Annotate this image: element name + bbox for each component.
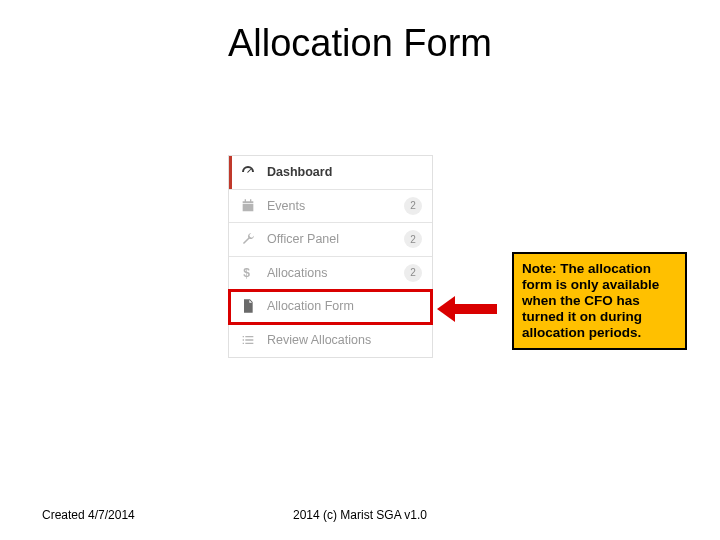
sidebar-item-label: Allocation Form [267, 299, 422, 313]
note-callout: Note: The allocation form is only availa… [512, 252, 687, 350]
sidebar-item-dashboard[interactable]: Dashboard [229, 156, 432, 190]
sidebar-item-label: Officer Panel [267, 232, 404, 246]
sidebar-item-events[interactable]: Events 2 [229, 190, 432, 224]
count-badge: 2 [404, 230, 422, 248]
svg-text:$: $ [243, 266, 250, 280]
calendar-icon [239, 197, 257, 215]
wrench-icon [239, 230, 257, 248]
dollar-icon: $ [239, 264, 257, 282]
sidebar-item-label: Dashboard [267, 165, 422, 179]
list-icon [239, 331, 257, 349]
count-badge: 2 [404, 264, 422, 282]
sidebar-item-review-allocations[interactable]: Review Allocations [229, 324, 432, 358]
arrow-body [454, 304, 497, 314]
footer-copyright: 2014 (c) Marist SGA v1.0 [0, 508, 720, 522]
dashboard-icon [239, 163, 257, 181]
callout-arrow [437, 296, 497, 322]
sidebar-item-officer-panel[interactable]: Officer Panel 2 [229, 223, 432, 257]
arrow-head-icon [437, 296, 455, 322]
page-title: Allocation Form [0, 22, 720, 65]
slide: Allocation Form Dashboard Events 2 Offic… [0, 0, 720, 540]
document-icon [239, 297, 257, 315]
sidebar-item-label: Allocations [267, 266, 404, 280]
count-badge: 2 [404, 197, 422, 215]
sidebar-menu: Dashboard Events 2 Officer Panel 2 $ All… [228, 155, 433, 358]
sidebar-item-allocation-form[interactable]: Allocation Form [229, 290, 432, 324]
sidebar-item-label: Review Allocations [267, 333, 422, 347]
sidebar-item-label: Events [267, 199, 404, 213]
sidebar-item-allocations[interactable]: $ Allocations 2 [229, 257, 432, 291]
